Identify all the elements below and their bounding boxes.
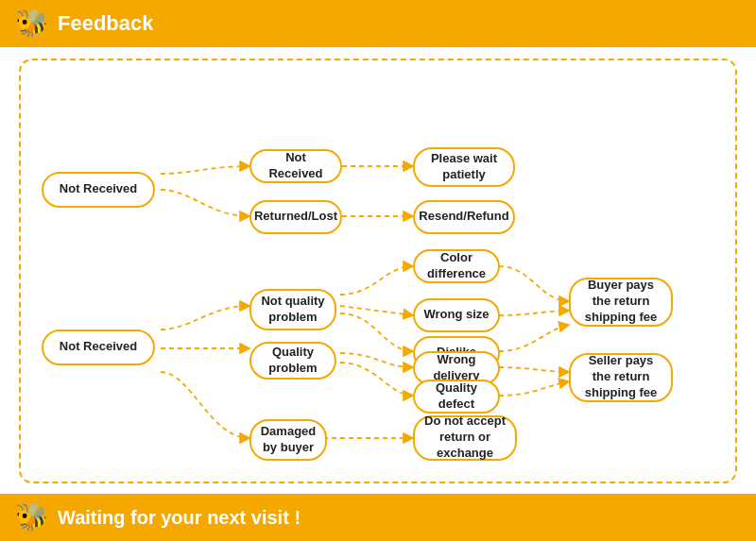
node-please-wait: Please wait patietly [413, 147, 515, 187]
node-received-left: Not Received [42, 330, 155, 365]
node-returned-lost: Returned/Lost [249, 200, 342, 234]
node-wrong-size: Wrong size [413, 298, 500, 332]
node-damaged-by-buyer: Damaged by buyer [249, 419, 327, 461]
node-resend-refund: Resend/Refund [413, 200, 515, 234]
header: 🐝 Feedback [0, 0, 756, 47]
node-quality-problem: Quality problem [249, 342, 336, 380]
node-no-return: Do not accept return or exchange [413, 415, 517, 461]
node-not-received-left: Not Received [42, 172, 155, 208]
node-not-received-top: Not Received [249, 149, 342, 183]
bee-icon-footer: 🐝 [15, 504, 48, 531]
node-buyer-pays: Buyer pays the return shipping fee [569, 278, 673, 327]
arrows-svg [21, 60, 735, 482]
node-not-quality-problem: Not quality problem [249, 289, 336, 330]
node-quality-defect: Quality defect [413, 380, 500, 414]
node-color-difference: Color difference [413, 249, 500, 283]
diagram-wrapper: Not Received Not Received Returned/Lost … [19, 59, 737, 483]
bee-icon-header: 🐝 [15, 10, 48, 37]
main-content: Not Received Not Received Returned/Lost … [0, 47, 756, 494]
footer: 🐝 Waiting for your next visit ! [0, 494, 756, 541]
node-seller-pays: Seller pays the return shipping fee [569, 353, 673, 402]
header-title: Feedback [58, 11, 154, 36]
footer-title: Waiting for your next visit ! [58, 507, 301, 529]
